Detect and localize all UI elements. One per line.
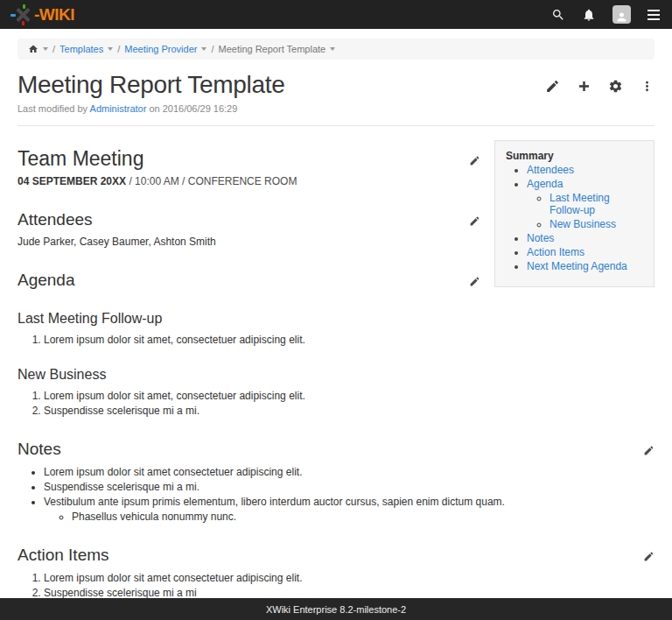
toc-link-agenda[interactable]: Agenda xyxy=(527,178,563,190)
create-plus-icon[interactable] xyxy=(577,79,592,94)
list-item: Vestibulum ante ipsum primis elementum, … xyxy=(44,496,654,508)
toc-link-attendees[interactable]: Attendees xyxy=(527,164,574,176)
list-item: Phasellus vehicula nonummy nunc. xyxy=(72,511,654,523)
heading-text: Team Meeting xyxy=(18,147,144,170)
summary-title: Summary xyxy=(506,150,643,162)
breadcrumb-separator: / xyxy=(117,44,120,54)
home-icon[interactable] xyxy=(28,44,38,54)
list-item: Lorem ipsum dolor sit amet, consectetuer… xyxy=(44,390,654,402)
toc-link-new-business[interactable]: New Business xyxy=(550,218,616,230)
action-items-list: Lorem ipsum dolor sit amet consectetuer … xyxy=(18,572,654,599)
heading-text: Attendees xyxy=(18,210,93,229)
title-divider xyxy=(18,125,654,126)
xwiki-x-icon xyxy=(14,5,33,25)
brand-text: -WIKI xyxy=(34,5,74,25)
list-item: Lorem ipsum dolor sit amet, consectetuer… xyxy=(44,334,654,346)
notifications-bell-icon[interactable] xyxy=(582,8,596,22)
notes-list: Lorem ipsum dolor sit amet consectetuer … xyxy=(18,466,654,508)
page-actions xyxy=(545,77,654,94)
list-item: Lorem ipsum dolor sit amet consectetuer … xyxy=(44,572,654,584)
home-caret-icon[interactable] xyxy=(43,47,48,51)
heading-notes: Notes xyxy=(18,440,654,459)
toc-item: Agenda Last Meeting Follow-up New Busine… xyxy=(527,178,643,230)
current-page-caret-icon[interactable] xyxy=(330,47,335,51)
toc-list: Attendees Agenda Last Meeting Follow-up … xyxy=(506,164,643,272)
toc-item: Notes xyxy=(527,232,643,244)
heading-text: Agenda xyxy=(18,271,75,289)
navbar-icons xyxy=(551,5,660,24)
heading-text: New Business xyxy=(18,367,106,382)
person-icon xyxy=(615,11,628,24)
modified-by-administrator-link[interactable]: Administrator xyxy=(90,103,147,114)
list-item: Suspendisse scelerisque mi a mi xyxy=(44,587,654,599)
breadcrumb-item-current: Meeting Report Template xyxy=(218,44,326,54)
page: -WIKI / Templates / Meeting Provider / M… xyxy=(0,0,672,620)
toc-item: New Business xyxy=(550,218,643,230)
meeting-provider-caret-icon[interactable] xyxy=(201,47,206,51)
heading-last-meeting-follow-up: Last Meeting Follow-up xyxy=(18,311,654,327)
notes-sublist: Phasellus vehicula nonummy nunc. xyxy=(18,511,654,523)
last-meeting-list: Lorem ipsum dolor sit amet, consectetuer… xyxy=(18,334,654,346)
list-item: Lorem ipsum dolor sit amet consectetuer … xyxy=(44,466,654,478)
document-content: Summary Attendees Agenda Last Meeting Fo… xyxy=(0,125,672,620)
menu-hamburger-icon[interactable] xyxy=(648,10,660,20)
top-navbar: -WIKI xyxy=(0,0,672,29)
toc-link-action-items[interactable]: Action Items xyxy=(527,246,584,258)
modified-suffix: on 2016/06/29 16:29 xyxy=(149,103,237,114)
edit-pencil-icon[interactable] xyxy=(545,79,560,94)
toc-item: Attendees xyxy=(527,164,643,176)
user-avatar[interactable] xyxy=(612,5,631,24)
meeting-time-location: / 10:00 AM / CONFERENCE ROOM xyxy=(126,175,297,187)
version-bar: XWiki Enterprise 8.2-milestone-2 xyxy=(0,598,672,620)
list-item: Suspendisse scelerisque mi a mi. xyxy=(44,481,654,493)
page-title: Meeting Report Template xyxy=(18,71,284,99)
title-row: Meeting Report Template xyxy=(0,60,672,99)
section-edit-pencil-icon[interactable] xyxy=(469,215,480,227)
toc-link-last-meeting-follow-up[interactable]: Last Meeting Follow-up xyxy=(550,192,610,216)
meeting-date: 04 SEPTEMBER 20XX xyxy=(18,175,126,187)
modified-prefix: Last modified by xyxy=(18,103,88,114)
section-edit-pencil-icon[interactable] xyxy=(469,155,480,166)
xwiki-logo[interactable]: -WIKI xyxy=(14,5,74,25)
heading-action-items: Action Items xyxy=(18,546,654,565)
section-edit-pencil-icon[interactable] xyxy=(643,551,654,562)
section-edit-pencil-icon[interactable] xyxy=(469,276,480,287)
breadcrumb-separator: / xyxy=(52,44,55,54)
heading-new-business: New Business xyxy=(18,367,654,383)
list-item: Suspendisse scelerisque mi a mi. xyxy=(44,405,654,417)
section-edit-pencil-icon[interactable] xyxy=(643,445,654,456)
breadcrumb-item-templates[interactable]: Templates xyxy=(60,44,103,54)
toc-item: Action Items xyxy=(527,246,643,258)
heading-text: Action Items xyxy=(18,546,109,564)
breadcrumb-item-meeting-provider[interactable]: Meeting Provider xyxy=(124,44,197,54)
toc-link-next-meeting-agenda[interactable]: Next Meeting Agenda xyxy=(527,260,627,272)
heading-text: Last Meeting Follow-up xyxy=(18,311,162,326)
breadcrumb-wrap: / Templates / Meeting Provider / Meeting… xyxy=(0,29,672,60)
search-icon[interactable] xyxy=(551,8,565,22)
toc-item: Next Meeting Agenda xyxy=(527,260,643,272)
toc-item: Last Meeting Follow-up xyxy=(550,192,643,216)
heading-text: Notes xyxy=(18,440,61,458)
last-modified-info: Last modified by Administrator on 2016/0… xyxy=(0,99,672,114)
templates-caret-icon[interactable] xyxy=(108,47,113,51)
breadcrumb-separator: / xyxy=(211,44,214,54)
toc-sublist: Last Meeting Follow-up New Business xyxy=(527,192,643,230)
version-text: XWiki Enterprise 8.2-milestone-2 xyxy=(266,604,406,615)
breadcrumb: / Templates / Meeting Provider / Meeting… xyxy=(18,39,654,60)
new-business-list: Lorem ipsum dolor sit amet, consectetuer… xyxy=(18,390,654,417)
toc-link-notes[interactable]: Notes xyxy=(527,232,554,244)
more-actions-kebab-icon[interactable] xyxy=(640,79,654,94)
settings-gear-icon[interactable] xyxy=(608,79,623,94)
summary-toc-panel: Summary Attendees Agenda Last Meeting Fo… xyxy=(494,140,654,287)
